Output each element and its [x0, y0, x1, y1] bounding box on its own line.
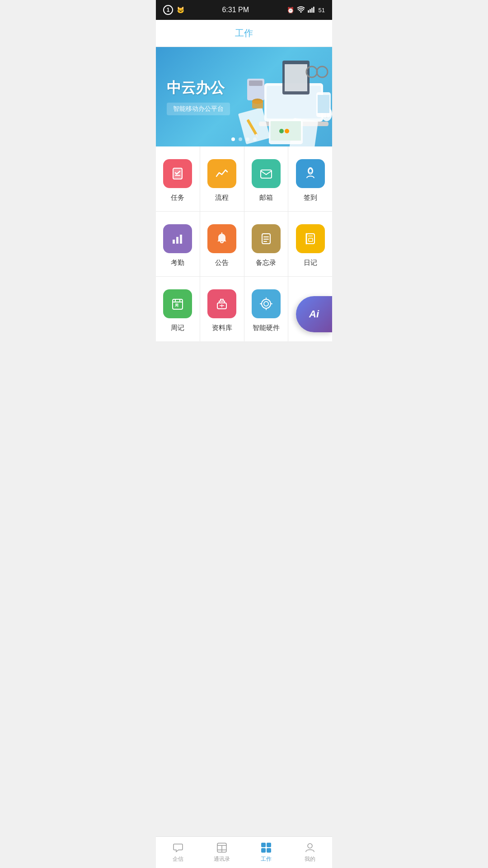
- diary-icon-box: [296, 224, 325, 253]
- svg-rect-34: [176, 237, 178, 244]
- task-icon-box: [163, 159, 192, 188]
- notice-label: 公告: [215, 259, 229, 267]
- attendance-label: 考勤: [171, 259, 184, 267]
- svg-rect-25: [252, 100, 263, 108]
- notice-icon-box: [207, 224, 236, 253]
- banner-subtitle: 智能移动办公平台: [167, 103, 230, 115]
- svg-rect-41: [306, 234, 314, 244]
- svg-rect-52: [221, 299, 223, 301]
- mail-icon-box: [252, 159, 281, 188]
- svg-rect-10: [285, 64, 307, 91]
- status-bar: 1 🐱 6:31 PM ⏰ 51: [156, 0, 332, 20]
- svg-rect-17: [249, 80, 263, 86]
- mail-label: 邮箱: [259, 193, 273, 202]
- page-header: 工作: [156, 20, 332, 47]
- cat-icon: 🐱: [177, 6, 184, 14]
- grid-item-mail[interactable]: 邮箱: [244, 146, 289, 211]
- grid-item-hardware[interactable]: 智能硬件: [244, 277, 289, 341]
- grid-item-checkin[interactable]: 签到: [288, 146, 332, 211]
- grid-item-attendance[interactable]: 考勤: [156, 212, 200, 276]
- checkin-icon-box: [296, 159, 325, 188]
- library-label: 资料库: [212, 324, 232, 332]
- svg-rect-33: [173, 240, 175, 244]
- svg-point-55: [262, 299, 271, 308]
- weekly-label: 周记: [171, 324, 184, 332]
- dot-4: [253, 137, 257, 141]
- svg-point-12: [317, 66, 328, 77]
- signal-icon: [308, 6, 316, 14]
- banner-text: 中云办公 智能移动办公平台: [167, 78, 230, 115]
- grid-row-2: 考勤 公告 备忘录 日记: [156, 212, 332, 277]
- page-title: 工作: [235, 27, 253, 39]
- memo-icon-box: [252, 224, 281, 253]
- svg-point-23: [285, 129, 289, 133]
- status-right: ⏰ 51: [287, 6, 325, 14]
- attendance-icon-box: [163, 224, 192, 253]
- memo-label: 备忘录: [256, 259, 276, 267]
- dot-1: [231, 137, 235, 141]
- grid-item-diary[interactable]: 日记: [288, 212, 332, 276]
- hardware-icon-box: [252, 289, 281, 318]
- grid-item-library[interactable]: 资料库: [200, 277, 244, 341]
- svg-rect-15: [318, 95, 329, 113]
- wifi-icon: [297, 6, 305, 14]
- diary-label: 日记: [304, 259, 317, 267]
- extra-space: [156, 341, 332, 423]
- task-label: 任务: [171, 193, 184, 202]
- svg-rect-2: [311, 8, 313, 13]
- library-icon-box: [207, 289, 236, 318]
- svg-text:周: 周: [175, 303, 178, 307]
- grid-item-task[interactable]: 任务: [156, 146, 200, 211]
- svg-point-22: [279, 129, 284, 133]
- grid-item-process[interactable]: 流程: [200, 146, 244, 211]
- battery-level: 51: [319, 7, 325, 14]
- svg-rect-44: [309, 238, 313, 241]
- status-time: 6:31 PM: [222, 6, 249, 14]
- notification-badge: 1: [163, 5, 173, 15]
- grid-item-memo[interactable]: 备忘录: [244, 212, 289, 276]
- grid-item-weekly[interactable]: 周 周记: [156, 277, 200, 341]
- hardware-label: 智能硬件: [253, 324, 280, 332]
- dot-3: [246, 137, 249, 141]
- banner-illustration: [228, 47, 332, 146]
- ai-badge[interactable]: Ai: [296, 296, 332, 332]
- process-icon-box: [207, 159, 236, 188]
- grid-row-1: 任务 流程 邮箱 签到: [156, 146, 332, 212]
- status-left: 1 🐱: [163, 5, 184, 15]
- checkin-label: 签到: [304, 193, 317, 202]
- grid-item-notice[interactable]: 公告: [200, 212, 244, 276]
- svg-rect-1: [310, 9, 311, 13]
- svg-point-56: [264, 302, 268, 306]
- banner-title: 中云办公: [167, 78, 230, 98]
- alarm-icon: ⏰: [287, 7, 294, 14]
- banner: 中云办公 智能移动办公平台: [156, 47, 332, 146]
- svg-rect-0: [308, 10, 309, 12]
- weekly-icon-box: 周: [163, 289, 192, 318]
- dot-2: [239, 137, 242, 141]
- ai-label: Ai: [309, 308, 319, 320]
- process-label: 流程: [215, 193, 229, 202]
- banner-dots: [231, 137, 257, 141]
- svg-rect-35: [180, 235, 182, 244]
- svg-rect-3: [313, 6, 314, 12]
